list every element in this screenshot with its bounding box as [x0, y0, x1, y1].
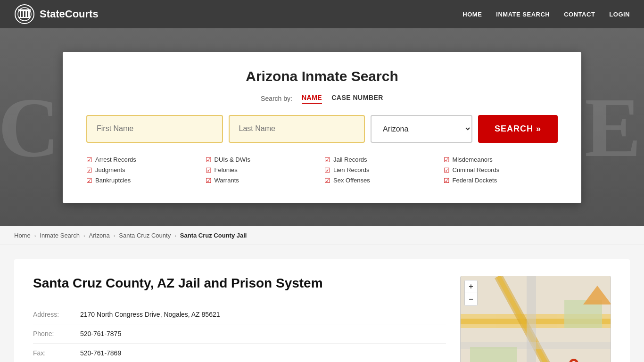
check-item: ☑Misdemeanors: [444, 156, 558, 164]
hero-section: COURTHOUSE Arizona Inmate Search Search …: [0, 28, 644, 226]
nav-inmate-search[interactable]: INMATE SEARCH: [496, 11, 550, 18]
search-card: Arizona Inmate Search Search by: NAME CA…: [63, 52, 581, 203]
nav-contact[interactable]: CONTACT: [564, 11, 595, 18]
logo-icon: [14, 4, 35, 25]
search-title: Arizona Inmate Search: [86, 68, 558, 84]
check-item: ☑DUIs & DWIs: [206, 156, 320, 164]
check-icon: ☑: [444, 177, 450, 184]
breadcrumb-link[interactable]: Santa Cruz County: [119, 232, 171, 239]
check-label: Arrest Records: [95, 156, 136, 163]
search-by-row: Search by: NAME CASE NUMBER: [86, 94, 558, 104]
check-item: ☑Lien Records: [324, 166, 439, 174]
map-svg: [461, 276, 611, 362]
address-row: Address: 2170 North Congress Drive, Noga…: [33, 305, 446, 324]
fax-value: 520-761-7869: [80, 344, 446, 362]
breadcrumb: Home›Inmate Search›Arizona›Santa Cruz Co…: [0, 226, 644, 245]
svg-rect-5: [28, 11, 30, 17]
check-label: Lien Records: [333, 166, 370, 173]
phone-label: Phone:: [33, 324, 80, 344]
check-item: ☑Criminal Records: [444, 166, 558, 174]
check-icon: ☑: [444, 166, 450, 174]
fax-label: Fax:: [33, 344, 80, 362]
address-label: Address:: [33, 305, 80, 324]
svg-rect-6: [19, 10, 30, 11]
breadcrumb-current: Santa Cruz County Jail: [180, 232, 247, 239]
check-icon: ☑: [86, 156, 92, 164]
map-zoom-out-button[interactable]: −: [465, 293, 477, 305]
breadcrumb-separator: ›: [114, 233, 116, 239]
check-icon: ☑: [324, 177, 330, 184]
fax-row: Fax: 520-761-7869: [33, 344, 446, 362]
checks-grid: ☑Arrest Records☑DUIs & DWIs☑Jail Records…: [86, 156, 558, 184]
content-left: Santa Cruz County, AZ Jail and Prison Sy…: [33, 276, 446, 362]
check-icon: ☑: [206, 156, 212, 164]
check-icon: ☑: [86, 177, 92, 184]
state-select[interactable]: Arizona Alabama Alaska California Colora…: [371, 115, 472, 143]
svg-rect-4: [25, 11, 27, 17]
address-value: 2170 North Congress Drive, Nogales, AZ 8…: [80, 305, 446, 324]
check-label: Warrants: [215, 177, 239, 184]
phone-row: Phone: 520-761-7875: [33, 324, 446, 344]
header: StateCourts HOME INMATE SEARCH CONTACT L…: [0, 0, 644, 28]
check-label: Sex Offenses: [333, 177, 370, 184]
svg-rect-7: [19, 17, 30, 18]
content-card: Santa Cruz County, AZ Jail and Prison Sy…: [14, 259, 630, 362]
check-label: Felonies: [215, 166, 238, 173]
check-item: ☑Bankruptcies: [86, 177, 201, 184]
check-icon: ☑: [206, 166, 212, 174]
search-inputs-row: Arizona Alabama Alaska California Colora…: [86, 115, 558, 143]
map-area: + −: [460, 276, 611, 362]
breadcrumb-separator: ›: [83, 233, 85, 239]
breadcrumb-link[interactable]: Inmate Search: [40, 232, 80, 239]
check-label: Judgments: [95, 166, 125, 173]
nav-login[interactable]: LOGIN: [609, 11, 630, 18]
search-button[interactable]: SEARCH »: [478, 115, 558, 143]
breadcrumb-separator: ›: [174, 233, 176, 239]
tab-name[interactable]: NAME: [302, 94, 322, 104]
phone-value: 520-761-7875: [80, 324, 446, 344]
svg-rect-8: [18, 9, 31, 10]
svg-rect-17: [470, 347, 517, 362]
content-title: Santa Cruz County, AZ Jail and Prison Sy…: [33, 276, 446, 291]
check-label: Jail Records: [333, 156, 367, 163]
svg-rect-2: [20, 11, 21, 17]
check-label: DUIs & DWIs: [215, 156, 251, 163]
check-label: Federal Dockets: [453, 177, 497, 184]
search-by-label: Search by:: [261, 95, 292, 102]
logo-area: StateCourts: [14, 4, 99, 25]
breadcrumb-separator: ›: [34, 233, 36, 239]
check-item: ☑Sex Offenses: [324, 177, 439, 184]
content-section: Santa Cruz County, AZ Jail and Prison Sy…: [0, 245, 644, 362]
breadcrumb-link[interactable]: Arizona: [89, 232, 110, 239]
info-table: Address: 2170 North Congress Drive, Noga…: [33, 305, 446, 362]
first-name-input[interactable]: [86, 115, 223, 143]
check-item: ☑Jail Records: [324, 156, 439, 164]
map-zoom-controls: + −: [464, 280, 478, 306]
check-icon: ☑: [324, 156, 330, 164]
nav-links: HOME INMATE SEARCH CONTACT LOGIN: [462, 11, 630, 18]
breadcrumb-link[interactable]: Home: [14, 232, 31, 239]
check-label: Misdemeanors: [453, 156, 493, 163]
check-item: ☑Judgments: [86, 166, 201, 174]
check-icon: ☑: [324, 166, 330, 174]
nav-home[interactable]: HOME: [462, 11, 482, 18]
last-name-input[interactable]: [229, 115, 365, 143]
logo-text: StateCourts: [40, 8, 99, 20]
check-icon: ☑: [444, 156, 450, 164]
map-zoom-in-button[interactable]: +: [465, 280, 477, 293]
check-icon: ☑: [206, 177, 212, 184]
check-label: Criminal Records: [453, 166, 500, 173]
check-icon: ☑: [86, 166, 92, 174]
check-item: ☑Federal Dockets: [444, 177, 558, 184]
check-item: ☑Warrants: [206, 177, 320, 184]
check-item: ☑Arrest Records: [86, 156, 201, 164]
map-placeholder: + −: [461, 276, 611, 362]
check-label: Bankruptcies: [95, 177, 131, 184]
svg-rect-3: [23, 11, 24, 17]
tab-case-number[interactable]: CASE NUMBER: [331, 94, 383, 104]
check-item: ☑Felonies: [206, 166, 320, 174]
